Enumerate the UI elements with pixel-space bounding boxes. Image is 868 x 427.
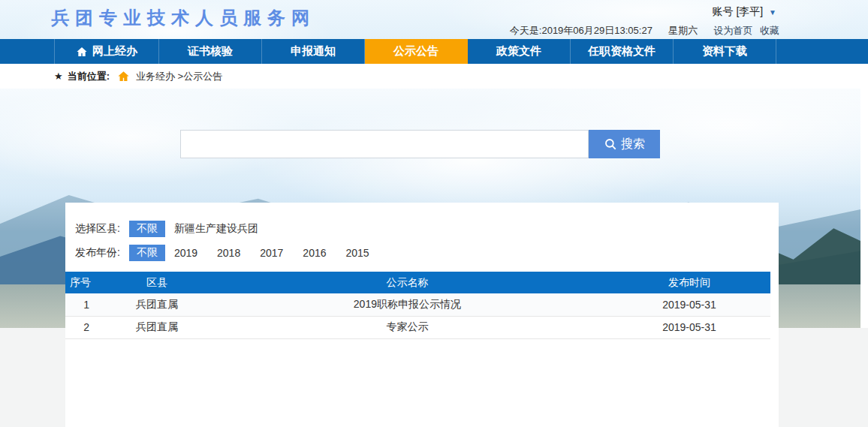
- account-menu[interactable]: 账号 [李平] ▼: [713, 5, 776, 19]
- cell-date: 2019-05-31: [608, 293, 770, 316]
- tab-label: 资料下载: [702, 44, 747, 59]
- col-header-index: 序号: [65, 272, 107, 293]
- table-row[interactable]: 2 兵团直属 专家公示 2019-05-31: [65, 316, 770, 338]
- favorite-link[interactable]: 收藏: [760, 25, 779, 36]
- page: 兵团专业技术人员服务网 账号 [李平] ▼ 今天是:2019年06月29日13:…: [0, 0, 868, 427]
- year-unlimited-chip[interactable]: 不限: [129, 245, 165, 261]
- tab-downloads[interactable]: 资料下载: [674, 39, 776, 64]
- cell-date: 2019-05-31: [608, 316, 770, 338]
- search-icon: [604, 137, 617, 151]
- set-homepage-link[interactable]: 设为首页: [713, 25, 752, 36]
- tab-public-announcement[interactable]: 公示公告: [365, 39, 468, 64]
- tab-label: 证书核验: [188, 44, 233, 59]
- district-filter-row: 选择区县: 不限 新疆生产建设兵团: [65, 203, 779, 237]
- home-icon: [76, 46, 88, 58]
- cell-index: 2: [65, 316, 107, 338]
- year-option[interactable]: 2016: [303, 247, 326, 259]
- tab-declare-notice[interactable]: 申报通知: [262, 39, 365, 64]
- col-header-district: 区县: [107, 272, 206, 293]
- col-header-date: 发布时间: [608, 272, 770, 293]
- tab-label: 网上经办: [92, 44, 137, 59]
- table-header-row: 序号 区县 公示名称 发布时间: [65, 272, 770, 293]
- cell-district: 兵团直属: [107, 293, 206, 316]
- tab-label: 公示公告: [393, 44, 439, 59]
- star-icon: ★: [54, 71, 63, 82]
- breadcrumb-label: 当前位置:: [68, 70, 110, 83]
- year-filter-row: 发布年份: 不限 2019 2018 2017 2016 2015: [65, 245, 779, 261]
- site-title: 兵团专业技术人员服务网: [51, 6, 315, 30]
- district-filter-label: 选择区县:: [75, 222, 120, 236]
- tab-label: 申报通知: [291, 44, 336, 59]
- weekday-text: 星期六: [668, 25, 698, 36]
- year-filter-label: 发布年份:: [75, 246, 120, 260]
- home-icon: [117, 70, 130, 83]
- chevron-down-icon[interactable]: ▼: [769, 8, 776, 17]
- content-panel: 选择区县: 不限 新疆生产建设兵团 发布年份: 不限 2019 2018 201…: [65, 203, 779, 427]
- scrollbar-strip[interactable]: [860, 89, 868, 328]
- tab-policy-files[interactable]: 政策文件: [468, 39, 571, 64]
- district-unlimited-chip[interactable]: 不限: [129, 221, 165, 237]
- hero-section: 搜索 选择区县: 不限 新疆生产建设兵团 发布年份: 不限 2019 2018 …: [0, 89, 868, 427]
- tab-qualification-files[interactable]: 任职资格文件: [571, 39, 674, 64]
- table-row[interactable]: 1 兵团直属 2019职称申报公示情况 2019-05-31: [65, 293, 770, 316]
- announcement-table: 序号 区县 公示名称 发布时间 1 兵团直属 2019职称申报公示情况 2019…: [65, 272, 770, 339]
- date-text: 今天是:2019年06月29日13:05:27: [510, 25, 653, 36]
- main-nav: 网上经办 证书核验 申报通知 公示公告 政策文件 任职资格文件 资料下载: [0, 39, 868, 64]
- year-option[interactable]: 2019: [174, 247, 197, 259]
- tab-label: 任职资格文件: [588, 44, 656, 59]
- tab-label: 政策文件: [496, 44, 541, 59]
- tab-certificate-check[interactable]: 证书核验: [159, 39, 262, 64]
- top-header: 兵团专业技术人员服务网 账号 [李平] ▼ 今天是:2019年06月29日13:…: [0, 0, 868, 39]
- meta-row: 今天是:2019年06月29日13:05:27 星期六 设为首页 收藏: [510, 24, 779, 38]
- cell-title[interactable]: 专家公示: [206, 316, 608, 338]
- search-bar: 搜索: [180, 130, 660, 158]
- year-option[interactable]: 2017: [260, 247, 283, 259]
- search-input[interactable]: [180, 130, 589, 158]
- cell-district: 兵团直属: [107, 316, 206, 338]
- search-button[interactable]: 搜索: [589, 130, 660, 158]
- col-header-title: 公示名称: [206, 272, 608, 293]
- tab-online-service[interactable]: 网上经办: [54, 39, 159, 64]
- year-option[interactable]: 2018: [217, 247, 240, 259]
- cell-index: 1: [65, 293, 107, 316]
- year-option[interactable]: 2015: [346, 247, 369, 259]
- search-button-label: 搜索: [621, 137, 645, 152]
- cell-title[interactable]: 2019职称申报公示情况: [206, 293, 608, 316]
- account-label[interactable]: 账号 [李平]: [713, 5, 764, 17]
- breadcrumb-path[interactable]: 业务经办 >公示公告: [136, 70, 222, 83]
- district-option[interactable]: 新疆生产建设兵团: [174, 222, 258, 236]
- breadcrumb: ★ 当前位置: 业务经办 >公示公告: [0, 64, 868, 89]
